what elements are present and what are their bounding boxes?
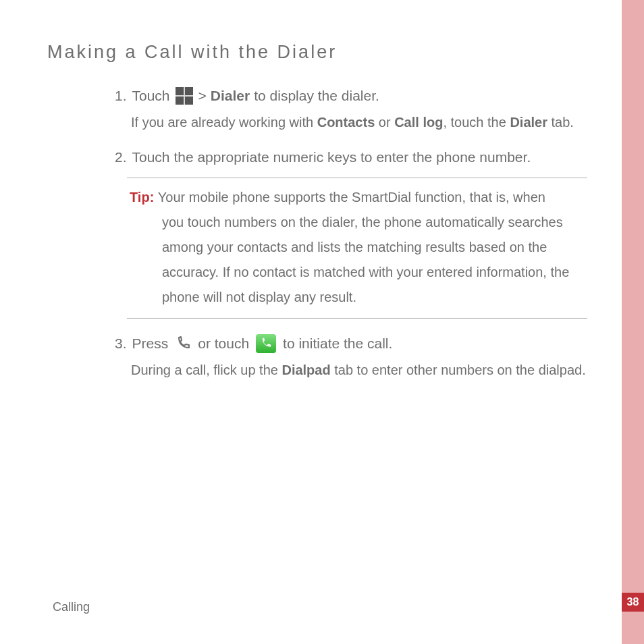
step-3-text-a: Press — [132, 333, 169, 354]
step-1-number: 1. — [115, 86, 127, 106]
step-1-gt: > — [198, 86, 207, 106]
tip-first-line: Your mobile phone supports the SmartDial… — [158, 190, 545, 205]
manual-page: 38 Making a Call with the Dialer 1. Touc… — [0, 0, 644, 644]
step-1-text-b: to display the dialer. — [254, 86, 379, 106]
content-area: Making a Call with the Dialer 1. Touch >… — [47, 42, 587, 395]
phone-outline-icon — [175, 336, 191, 352]
step-2: 2. Touch the appropriate numeric keys to… — [115, 147, 587, 318]
step-3-text-b: or touch — [198, 333, 249, 354]
step-3-sub-b: tab to enter other numbers on the dialpa… — [331, 363, 586, 377]
dialer-label: Dialer — [211, 86, 250, 106]
tip-body: you touch numbers on the dialer, the pho… — [130, 210, 585, 310]
step-3-sub: During a call, flick up the Dialpad tab … — [115, 360, 587, 380]
step-1-or: or — [375, 115, 394, 130]
step-1-sub: If you are already working with Contacts… — [115, 113, 587, 132]
side-tab — [622, 0, 644, 644]
section-heading: Making a Call with the Dialer — [47, 42, 587, 63]
step-3-text-c: to initiate the call. — [283, 333, 392, 354]
step-2-text: Touch the appropriate numeric keys to en… — [132, 147, 531, 167]
step-3: 3. Press or touch to initiate the call. … — [115, 333, 587, 380]
tip-box: Tip: Your mobile phone supports the Smar… — [127, 178, 587, 319]
step-2-number: 2. — [115, 147, 127, 167]
step-3-sub-a: During a call, flick up the — [131, 363, 281, 377]
step-1-sub-b: , touch the — [443, 115, 510, 130]
contacts-label: Contacts — [317, 115, 375, 130]
page-number: 38 — [627, 596, 639, 608]
call-button-icon — [256, 334, 276, 353]
step-list: 1. Touch > Dialer to display the dialer.… — [47, 86, 587, 380]
step-3-line: 3. Press or touch to initiate the call. — [115, 333, 587, 354]
step-1-text-a: Touch — [132, 86, 170, 106]
dialer-label-2: Dialer — [510, 115, 547, 130]
step-1-sub-c: tab. — [547, 115, 574, 130]
calllog-label: Call log — [394, 115, 443, 130]
footer-section-label: Calling — [53, 600, 90, 614]
step-1: 1. Touch > Dialer to display the dialer.… — [115, 86, 587, 132]
step-2-line: 2. Touch the appropriate numeric keys to… — [115, 147, 587, 167]
step-1-sub-a: If you are already working with — [131, 115, 317, 130]
step-3-number: 3. — [115, 333, 127, 354]
dialpad-label: Dialpad — [281, 363, 330, 377]
step-1-line: 1. Touch > Dialer to display the dialer. — [115, 86, 587, 106]
app-grid-icon — [176, 87, 193, 105]
tip-label: Tip: — [130, 190, 158, 205]
page-number-box: 38 — [622, 593, 644, 612]
